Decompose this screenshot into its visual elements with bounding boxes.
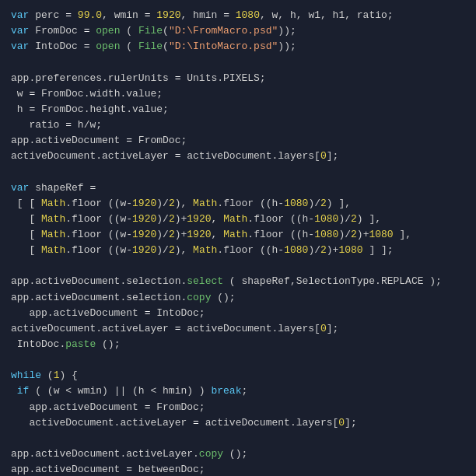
code-line-22: app.activeDocument = FromDoc; bbox=[11, 400, 465, 415]
code-editor: var perc = 99.0, wmin = 1920, hmin = 108… bbox=[0, 0, 476, 476]
code-line-9: activeDocument.activeLayer = activeDocum… bbox=[11, 149, 465, 164]
code-line-13: [ Math.floor ((w-1920)/2)+1920, Math.flo… bbox=[11, 227, 465, 243]
code-line-24: app.activeDocument.activeLayer.copy (); bbox=[11, 446, 465, 462]
blank-5 bbox=[11, 431, 465, 446]
code-line-18: activeDocument.activeLayer = activeDocum… bbox=[11, 321, 465, 337]
code-line-12: [ Math.floor ((w-1920)/2)+1920, Math.flo… bbox=[11, 212, 465, 227]
code-line-5: w = FromDoc.width.value; bbox=[11, 86, 465, 102]
code-line-8: app.activeDocument = FromDoc; bbox=[11, 133, 465, 149]
blank-3 bbox=[11, 258, 465, 274]
code-line-23: activeDocument.activeLayer = activeDocum… bbox=[11, 415, 465, 431]
code-line-11: [ [ Math.floor ((w-1920)/2), Math.floor … bbox=[11, 196, 465, 212]
code-line-14: [ Math.floor ((w-1920)/2), Math.floor ((… bbox=[11, 243, 465, 258]
code-line-1: var perc = 99.0, wmin = 1920, hmin = 108… bbox=[11, 8, 465, 23]
code-line-20: while (1) { bbox=[11, 368, 465, 383]
code-line-21: if ( (w < wmin) || (h < hmin) ) break; bbox=[11, 383, 465, 399]
code-line-7: ratio = h/w; bbox=[11, 117, 465, 133]
code-line-16: app.activeDocument.selection.copy (); bbox=[11, 290, 465, 306]
code-line-25: app.activeDocument = betweenDoc; bbox=[11, 462, 465, 476]
blank-2 bbox=[11, 164, 465, 180]
code-line-4: app.preferences.rulerUnits = Units.PIXEL… bbox=[11, 71, 465, 86]
code-line-10: var shapeRef = bbox=[11, 180, 465, 196]
blank-4 bbox=[11, 352, 465, 368]
code-line-15: app.activeDocument.selection.select ( sh… bbox=[11, 274, 465, 289]
code-line-6: h = FromDoc.height.value; bbox=[11, 102, 465, 117]
code-line-17: app.activeDocument = IntoDoc; bbox=[11, 306, 465, 321]
blank-1 bbox=[11, 54, 465, 70]
code-line-2: var FromDoc = open ( File("D:\FromMacro.… bbox=[11, 23, 465, 39]
code-line-19: IntoDoc.paste (); bbox=[11, 337, 465, 352]
code-line-3: var IntoDoc = open ( File("D:\IntoMacro.… bbox=[11, 39, 465, 54]
